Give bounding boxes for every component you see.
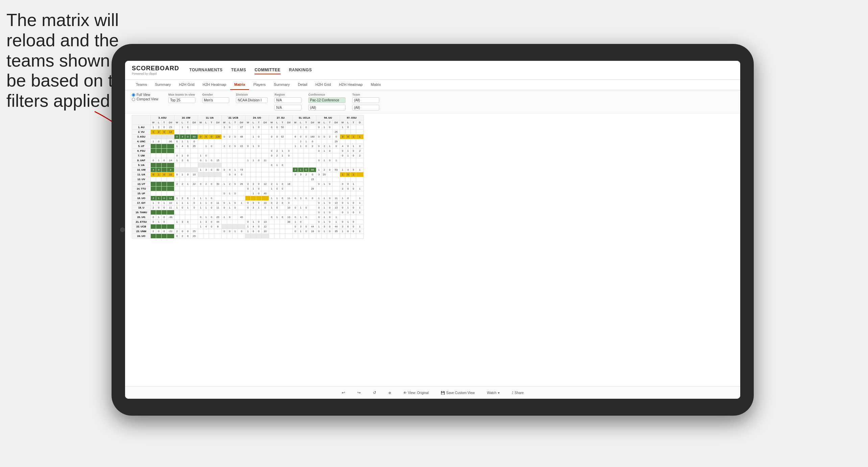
conference-select[interactable]: Pac-12 Conference	[308, 97, 345, 103]
tab-h2h-grid-1[interactable]: H2H Grid	[175, 80, 198, 90]
sub-l-asu: L	[156, 120, 162, 125]
undo-icon: ↩	[342, 390, 345, 395]
table-row: 9. UA 010	[132, 163, 364, 168]
reset-button[interactable]: ↺	[370, 389, 379, 396]
team-select-2[interactable]: (All)	[352, 105, 379, 110]
redo-button[interactable]: ↪	[355, 389, 363, 396]
tab-detail[interactable]: Detail	[294, 80, 311, 90]
tab-summary-1[interactable]: Summary	[151, 80, 175, 90]
col-ucla: 31. UCLA	[293, 116, 316, 120]
gender-select[interactable]: Men's	[202, 97, 229, 103]
table-row: 8. UAF 01014 120 01015 11011 0101	[132, 158, 364, 163]
table-row: 1. AU 12023 10 2027 10 0050 10 010 10	[132, 125, 364, 130]
col-uo: 24. UO	[245, 116, 269, 120]
matrix-table: 3. ASU 10. UW 11. UA 22. UCB 24. UO 27. …	[132, 115, 364, 239]
nav-item-rankings[interactable]: RANKINGS	[289, 66, 312, 74]
sub-w-asu: W	[151, 120, 156, 125]
table-row: 14. TTU 010 100 29 3001	[132, 187, 364, 191]
table-row: 13. UT 22122 02030 12026 22012 21018 010…	[132, 182, 364, 187]
col-asu: 3. ASU	[151, 116, 174, 120]
table-row: 10. UW 404 13032 04173 21066 12053 1451	[132, 168, 364, 172]
table-row: 20. UG 010-38 01023 1040 01013 010 0101	[132, 215, 364, 220]
tab-h2h-heatmap-2[interactable]: H2H Heatmap	[335, 80, 367, 90]
nav-items: TOURNAMENTS TEAMS COMMITTEE RANKINGS	[189, 66, 312, 74]
corner-header	[132, 116, 151, 125]
col-su: 27. SU	[269, 116, 293, 120]
save-icon: 💾	[441, 391, 445, 395]
nav-item-tournaments[interactable]: TOURNAMENTS	[189, 66, 223, 74]
chevron-down-icon: ▾	[498, 391, 500, 395]
sub-nav: Teams Summary H2H Grid H2H Heatmap Matri…	[125, 80, 740, 90]
logo-sub: Powered by clippd	[132, 72, 179, 75]
division-select[interactable]: NCAA Division I	[236, 97, 268, 103]
share-button[interactable]: ⤴ Share	[509, 390, 527, 396]
view-type-group: Full View Compact View	[132, 93, 158, 101]
matrix-container: 3. ASU 10. UW 11. UA 22. UCB 24. UO 27. …	[125, 114, 740, 386]
sub-t-asu: T	[162, 120, 167, 125]
share-icon: ⤴	[512, 391, 513, 395]
table-row: 4. UNC 1036 0110 210 29	[132, 139, 364, 144]
table-row: 5. UT 14035 10 22022 010 1102 0210 4010	[132, 144, 364, 149]
tab-teams[interactable]: Teams	[132, 80, 151, 90]
save-custom-label: Save Custom View	[446, 391, 475, 395]
bottom-toolbar: ↩ ↪ ↺ ⊕ 👁 View: Original 💾 Save Custom	[125, 386, 740, 399]
redo-icon: ↪	[357, 390, 361, 395]
view-original-button[interactable]: 👁 View: Original	[401, 390, 432, 396]
tab-matrix-1[interactable]: Matrix	[230, 80, 249, 90]
nav-item-teams[interactable]: TEAMS	[231, 66, 246, 74]
col-ua: 11. UA	[198, 116, 222, 120]
conference-select-2[interactable]: (All)	[308, 105, 345, 110]
undo-button[interactable]: ↩	[339, 389, 348, 396]
table-row: 22. UCB 1408 14012 03044 13044 3601	[132, 224, 364, 229]
table-row: 18. U 20011 1010 11011 010 0310 1010 010…	[132, 205, 364, 210]
sub-dif-asu: Dif	[167, 120, 174, 125]
table-row: 23. UNM 200-21 20025 0010 10010 01018 01…	[132, 229, 364, 234]
max-teams-select[interactable]: Top 25	[168, 97, 195, 103]
region-select-2[interactable]: N/A	[274, 105, 302, 110]
logo-title: SCOREBOARD	[132, 65, 179, 72]
col-ucb: 22. UCB	[222, 116, 245, 120]
table-row: 11. UA 01010 01010 340 0320 320 151	[132, 172, 364, 177]
division-filter: Division NCAA Division I	[236, 93, 268, 103]
table-row: 24. UO 02029	[132, 234, 364, 239]
table-row: 15. UF 010 1040	[132, 191, 364, 196]
view-original-label: View: Original	[408, 391, 429, 395]
col-uw: 10. UW	[174, 116, 198, 120]
gender-filter: Gender Men's	[202, 93, 229, 103]
share-label: Share	[515, 391, 524, 395]
max-teams-filter: Max teams in view Top 25	[168, 93, 195, 103]
tab-matrix-2[interactable]: Matrix	[367, 80, 385, 90]
filters-row: Full View Compact View Max teams in view…	[125, 90, 740, 114]
table-row: 21. ETSU 010 130 13044 01013 38 10 0101 …	[132, 220, 364, 224]
conference-filter: Conference Pac-12 Conference (All)	[308, 93, 345, 110]
table-row: 19. TAMU 010 0101	[132, 210, 364, 215]
watch-label: Watch	[487, 391, 497, 395]
save-custom-button[interactable]: 💾 Save Custom View	[438, 390, 477, 396]
tab-players[interactable]: Players	[249, 80, 270, 90]
table-row: 12. UV 15	[132, 177, 364, 182]
tab-summary-2[interactable]: Summary	[270, 80, 294, 90]
col-uu: 54. UU	[316, 116, 340, 120]
nav-item-committee[interactable]: COMMITTEE	[255, 66, 281, 74]
logo-area: SCOREBOARD Powered by clippd	[132, 65, 179, 75]
radio-full-view[interactable]: Full View	[132, 93, 158, 97]
tablet-device: SCOREBOARD Powered by clippd TOURNAMENTS…	[112, 44, 754, 416]
radio-compact-view[interactable]: Compact View	[132, 97, 158, 101]
table-row: 7. UM 010 10 0210 0102	[132, 153, 364, 158]
reset-icon: ↺	[373, 390, 376, 395]
tab-h2h-grid-2[interactable]: H2H Grid	[311, 80, 335, 90]
team-select[interactable]: (All)	[352, 97, 379, 103]
region-select[interactable]: N/A	[274, 97, 302, 103]
tab-h2h-heatmap-1[interactable]: H2H Heatmap	[198, 80, 230, 90]
nav-bar: SCOREBOARD Powered by clippd TOURNAMENTS…	[125, 61, 740, 80]
watch-button[interactable]: Watch ▾	[484, 390, 502, 396]
table-row: 16. UO 21014 1201 110 11011 0300 11011 1…	[132, 196, 364, 201]
zoom-controls[interactable]: ⊕	[386, 390, 394, 396]
table-row: 6. FSU 0210 010 0102	[132, 149, 364, 153]
table-row: 17. GIT 10110 1110 11011 0101 03010 0200…	[132, 201, 364, 205]
col-osu: 57. OSU	[340, 116, 364, 120]
tablet-screen: SCOREBOARD Powered by clippd TOURNAMENTS…	[125, 61, 740, 399]
region-filter: Region N/A N/A	[274, 93, 302, 110]
table-row: 3. ASU 04080 050120 02048 10 0052 600160…	[132, 134, 364, 139]
team-filter: Team (All) (All)	[352, 93, 379, 110]
